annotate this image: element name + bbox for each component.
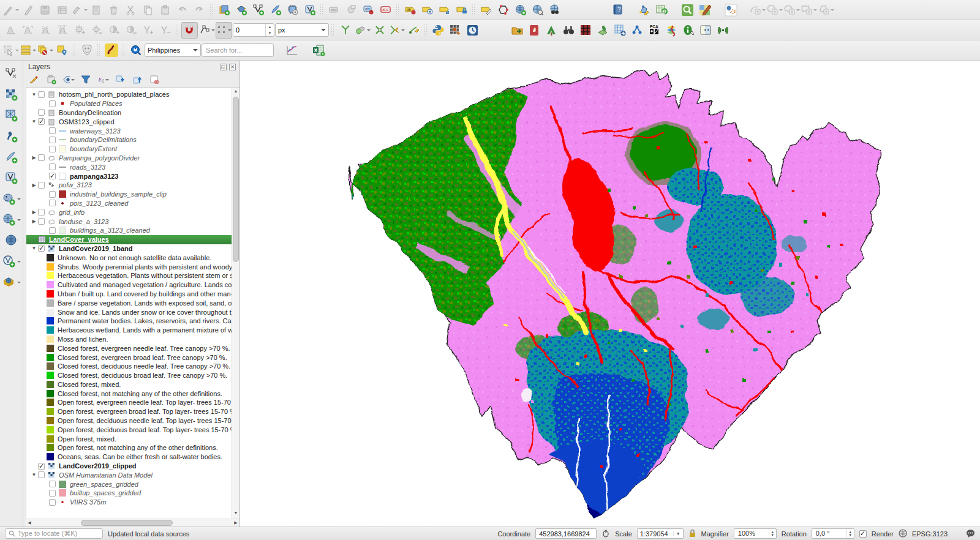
digitize-circle-icon[interactable] [766,2,783,18]
snap-tolerance-spinbox[interactable]: ▲▼ [233,23,274,37]
label-visibility-icon[interactable] [419,2,435,18]
mouse-position-icon[interactable] [601,529,610,539]
new-report-icon[interactable] [233,2,249,18]
snapping-mode-icon[interactable] [198,22,215,39]
add-vector-layer-icon[interactable] [2,170,21,187]
snapping-magnet-icon[interactable] [181,22,198,39]
histogram-stretch-icon[interactable] [2,22,19,39]
region-combobox[interactable]: Philippines [145,43,201,57]
python-console-icon[interactable] [430,22,447,39]
identify-info-icon[interactable] [680,22,697,39]
scale-lock-icon[interactable] [688,529,696,539]
mask-plugin-icon[interactable] [78,42,95,59]
add-virtual-layer-icon[interactable] [2,149,21,166]
snap-segment-icon[interactable] [388,22,405,39]
grid-red-icon[interactable] [578,22,594,39]
layer-row[interactable]: boundaryExtent [26,144,239,154]
vertex-x-icon[interactable] [371,22,388,39]
topological-editing-icon[interactable] [337,22,353,39]
layer-row[interactable]: Populated Places [26,99,239,108]
scroll-left-icon[interactable]: ◀ [26,519,33,527]
coordinate-field[interactable]: 452983,1669824 [535,528,597,539]
digitize-polygon-icon[interactable] [818,2,834,18]
layer-row[interactable]: green_spaces_gridded [26,479,239,489]
excel-export-icon[interactable] [310,42,326,59]
temporal-controller-icon[interactable] [464,22,481,39]
data-source-manager-icon[interactable] [2,66,21,83]
label-edit-icon[interactable] [478,2,494,18]
layer-row[interactable]: ▼hotosm_phl_north_populated_places [26,90,239,99]
globe-add-icon[interactable] [512,2,529,18]
layer-tree-hscrollbar[interactable]: ◀ ▶ [26,519,239,527]
layer-row[interactable]: ▶Pampanga_polygonDivider [26,154,239,163]
layer-stack-s-icon[interactable] [663,22,680,39]
grid-snowflake-icon[interactable] [612,22,628,39]
feather-star-icon[interactable] [267,2,284,18]
panel-float-icon[interactable]: ◱ [220,64,227,70]
undo-icon[interactable] [174,2,190,18]
spinbox-arrows[interactable]: ▲▼ [265,24,274,36]
label-ab-pin-icon[interactable]: ab [360,2,377,18]
scroll-up-icon[interactable]: ▲ [232,89,239,96]
spinbox-arrows[interactable]: ▲▼ [846,529,854,538]
globe-binoculars-icon[interactable] [546,2,563,18]
hscroll-thumb[interactable] [81,520,173,526]
topology-hexagon-icon[interactable] [495,2,511,18]
paste-icon[interactable] [157,2,173,18]
layer-row[interactable]: buildings_a_3123_cleaned [26,226,239,235]
contrast-minus-icon[interactable] [123,22,139,39]
label-circle-grey-icon[interactable] [343,2,360,18]
add-wcs-layer-icon[interactable] [2,274,21,291]
trash-icon[interactable] [105,2,122,18]
layer-row[interactable]: industrial_buildings_sample_clip [26,190,239,199]
layer-tree-vscrollbar[interactable]: ▲ ▼ [232,88,239,519]
label-move-icon[interactable] [436,2,453,18]
scroll-right-icon[interactable]: ▶ [232,519,239,527]
add-postgis-layer-icon[interactable] [2,190,21,208]
red-book-icon[interactable] [526,22,543,39]
layer-row[interactable]: BoundaryDelineation [26,108,239,118]
layer-row[interactable]: pois_3123_cleaned [26,199,239,208]
add-wms-layer-icon[interactable] [2,253,21,270]
layer-row[interactable]: ▼OSM Humanitarian Data Model [26,470,239,479]
histogram-clip-extent-icon[interactable] [54,22,70,39]
remove-layer-icon[interactable] [148,73,160,86]
label-lock-icon[interactable] [453,2,470,18]
tree-badge-icon[interactable] [543,22,560,39]
label-pin-yellow-icon[interactable]: ab [402,2,418,18]
expand-all-icon[interactable] [114,73,126,86]
help-icon[interactable]: ? [609,2,626,18]
crs-value[interactable]: EPSG:3123 [912,530,948,538]
table-refresh-icon[interactable] [653,2,669,18]
collapse-all-icon[interactable] [131,73,143,86]
crs-globe-icon[interactable] [899,529,907,539]
snap-unit-combobox[interactable]: px [275,23,329,37]
locate-bar[interactable]: Type to locate (⌘K) [5,528,103,539]
layer-row[interactable]: VIIRS 375m [26,498,239,507]
scroll-down-icon[interactable]: ▼ [232,511,239,518]
bowtie-icon[interactable] [715,22,731,39]
search-green-icon[interactable] [679,2,696,18]
pca-icon[interactable]: PCA [646,22,663,39]
magnifier-spinbox[interactable]: 100% ▲▼ [734,528,777,539]
brightness-minus-icon[interactable] [88,22,105,39]
deselect-features-icon[interactable] [37,42,53,59]
quickosm-icon[interactable] [103,42,119,59]
copy-icon[interactable] [140,2,156,18]
raster-calculator-icon[interactable] [447,22,464,39]
snapping-type-icon[interactable] [216,22,232,39]
manage-themes-icon[interactable] [62,73,75,86]
layer-row[interactable]: ▶pofw_3123 [26,181,239,190]
layer-row[interactable]: builtup_spaces_gridded [26,489,239,498]
histogram-clip-icon[interactable] [37,22,53,39]
select-features-icon[interactable] [2,42,19,59]
layer-row[interactable]: ▶landuse_a_3123 [26,217,239,226]
new-layout-icon[interactable] [216,2,232,18]
layer-row[interactable]: ▼LandCover2019_1band [26,244,239,253]
select-by-location-icon[interactable] [54,42,70,59]
rotation-spinbox[interactable]: 0,0 ° ▲▼ [812,528,854,539]
window-swipe-icon[interactable] [698,22,714,39]
snap-tolerance-input[interactable] [233,24,265,36]
avoid-intersections-icon[interactable] [354,22,371,39]
osm-place-search-icon[interactable] [127,42,144,59]
